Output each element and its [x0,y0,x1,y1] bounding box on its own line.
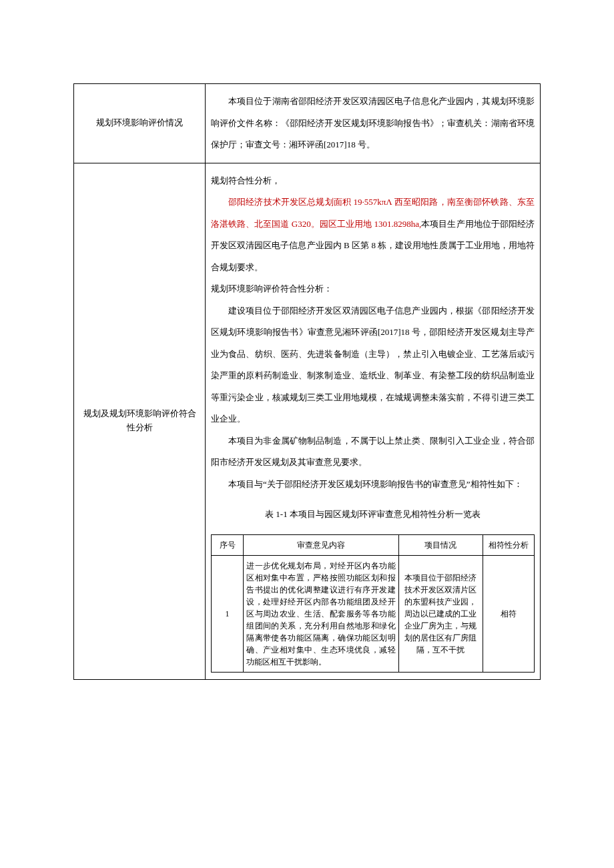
paragraph: 本项目为非金属矿物制品制造，不属于以上禁止类、限制引入工业企业，符合邵阳市经济开… [211,430,535,474]
th-seq: 序号 [212,534,244,555]
td-seq: 1 [212,555,244,672]
paragraph: 本项目位于湖南省邵阳经济开发区双清园区电子信息化产业园内，其规划环境影响评价文件… [211,91,535,156]
subheading: 规划环境影响评价符合性分析： [211,278,535,300]
label-compliance-analysis: 规划及规划环境影响评价符合性分析 [74,163,206,679]
td-project: 本项目位于邵阳经济技术开发区双清片区的东盟科技产业园，周边以已建成的工业企业厂房… [398,555,483,672]
label-planning-eia-status: 规划环境影响评价情况 [74,84,206,163]
table-row: 1 进一步优化规划布局，对经开区内各功能区相对集中布置，严格按照功能区划和报告书… [212,555,535,672]
paragraph: 邵阳经济技术开发区总规划面积 19·557kπΛ 西至昭阳路，南至衡邵怀铁路、东… [211,191,535,278]
td-compat: 相符 [483,555,534,672]
th-project: 项目情况 [398,534,483,555]
table-caption: 表 1-1 本项目与园区规划环评审查意见相符性分析一览表 [211,504,535,526]
content-planning-eia-status: 本项目位于湖南省邵阳经济开发区双清园区电子信息化产业园内，其规划环境影响评价文件… [206,84,541,163]
main-table: 规划环境影响评价情况 本项目位于湖南省邵阳经济开发区双清园区电子信息化产业园内，… [73,83,541,680]
td-opinion: 进一步优化规划布局，对经开区内各功能区相对集中布置，严格按照功能区划和报告书提出… [244,555,399,672]
compliance-table: 序号 审查意见内容 项目情况 相符性分析 1 进一步优化规划布局，对经开区内各功… [211,534,535,673]
th-opinion: 审查意见内容 [244,534,399,555]
subheading: 规划符合性分析， [211,170,535,192]
paragraph: 建设项目位于邵阳经济开发区双清园区电子信息产业园内，根据《邵阳经济开发区规划环境… [211,300,535,430]
row-compliance-analysis: 规划及规划环境影响评价符合性分析 规划符合性分析， 邵阳经济技术开发区总规划面积… [74,163,541,679]
content-compliance-analysis: 规划符合性分析， 邵阳经济技术开发区总规划面积 19·557kπΛ 西至昭阳路，… [206,163,541,679]
th-compat: 相符性分析 [483,534,534,555]
row-planning-eia-status: 规划环境影响评价情况 本项目位于湖南省邵阳经济开发区双清园区电子信息化产业园内，… [74,84,541,163]
table-header-row: 序号 审查意见内容 项目情况 相符性分析 [212,534,535,555]
paragraph: 本项目与“关于邵阳经济开发区规划环境影响报告书的审查意见”相符性如下： [211,474,535,496]
